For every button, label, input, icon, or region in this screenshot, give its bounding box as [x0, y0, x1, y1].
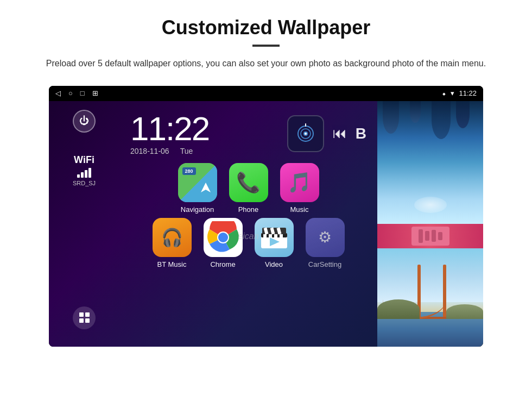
stalactite-1 — [383, 101, 399, 134]
music-app[interactable]: 🎵 Music — [278, 163, 321, 214]
wallpaper-golden-gate — [377, 248, 483, 347]
chrome-svg — [207, 221, 239, 254]
hill-left — [377, 299, 420, 319]
wifi-ssid: SRD_SJ — [73, 180, 96, 186]
video-label: Video — [265, 260, 283, 268]
stalactite-4 — [456, 101, 470, 128]
title-divider — [252, 45, 280, 47]
status-bar: ◁ ○ □ ⊞ ⬥ ▾ 11:22 — [49, 86, 483, 101]
grid-dot — [85, 312, 90, 317]
back-icon: ◁ — [55, 89, 61, 97]
wifi-signal-icon: ▾ — [451, 89, 454, 97]
app-icons-row1: 280 Navigation 📞 — [119, 159, 377, 218]
phone-label: Phone — [238, 205, 259, 214]
carsetting-symbol: ⚙ — [318, 228, 332, 246]
power-button[interactable]: ⏻ — [73, 110, 96, 133]
wifi-bar-3 — [85, 170, 87, 178]
page-title: Customized Wallpaper — [162, 16, 371, 39]
carsetting-label: CarSetting — [308, 260, 341, 268]
phone-app[interactable]: 📞 Phone — [227, 163, 270, 214]
apps-grid-icon — [79, 312, 90, 323]
nav-arrow — [200, 178, 212, 198]
chrome-label: Chrome — [210, 260, 235, 268]
skip-prev-icon[interactable]: ⏮ — [333, 125, 347, 142]
music-label: Music — [290, 205, 309, 214]
phone-symbol: 📞 — [236, 171, 261, 194]
main-content: ⏻ WiFi SRD_SJ — [49, 101, 483, 347]
stalactite-3 — [432, 101, 451, 139]
ice-cave-bg — [377, 101, 483, 224]
carsetting-icon: ⚙ — [306, 218, 345, 257]
grid-dot — [85, 318, 90, 323]
mid-strip — [377, 224, 483, 248]
right-wallpaper-panel — [377, 101, 483, 347]
power-icon: ⏻ — [79, 115, 89, 127]
bt-music-app[interactable]: 🎧 BT Music — [151, 218, 193, 268]
music-icon: 🎵 — [280, 163, 319, 202]
wifi-bar-1 — [77, 174, 80, 178]
clock-date-value: 2018-11-06 — [130, 147, 169, 155]
left-sidebar: ⏻ WiFi SRD_SJ — [49, 101, 119, 347]
svg-point-8 — [218, 233, 228, 242]
ice-glow — [414, 197, 447, 213]
video-svg — [260, 226, 288, 249]
grid-dot — [79, 318, 84, 323]
svg-point-4 — [305, 133, 307, 135]
bridge-tower-right — [443, 265, 446, 319]
device-frame: ◁ ○ □ ⊞ ⬥ ▾ 11:22 ⏻ WiFi — [49, 86, 483, 347]
carsetting-app[interactable]: ⚙ CarSetting — [304, 218, 346, 268]
video-app[interactable]: Video — [253, 218, 295, 268]
clock-time: 11:22 — [130, 112, 209, 146]
wifi-bar-4 — [88, 168, 91, 178]
home-icon: ○ — [68, 89, 73, 97]
hill-right — [446, 304, 483, 319]
svg-marker-5 — [201, 183, 211, 192]
wallpaper-ice-cave — [377, 101, 483, 224]
chrome-app[interactable]: Chrome — [202, 218, 244, 268]
radio-icon-svg — [295, 123, 316, 144]
status-left-icons: ◁ ○ □ ⊞ — [55, 89, 98, 97]
recents-icon: □ — [80, 89, 85, 97]
apps-drawer-button[interactable] — [73, 306, 96, 329]
app-icons-row2: 🎧 BT Music — [119, 218, 377, 273]
bt-music-icon: 🎧 — [153, 218, 192, 257]
video-icon — [255, 218, 294, 257]
center-area: 11:22 2018-11-06 Tue — [119, 101, 377, 347]
stalactite-2 — [410, 101, 421, 123]
clock-display: 11:22 2018-11-06 Tue — [130, 112, 209, 155]
wifi-bar-2 — [81, 172, 84, 178]
strip-bar — [419, 229, 423, 243]
chrome-icon — [204, 218, 243, 257]
music-symbol: 🎵 — [287, 171, 312, 194]
screenshot-icon: ⊞ — [92, 89, 98, 97]
golden-gate-bg — [377, 248, 483, 347]
grid-dot — [79, 312, 84, 317]
clock-date: 2018-11-06 Tue — [130, 147, 209, 155]
page-description: Preload over 5 default wallpaper options… — [46, 57, 486, 71]
clock-area: 11:22 2018-11-06 Tue — [119, 107, 377, 159]
status-time: 11:22 — [459, 89, 477, 97]
page-wrapper: Customized Wallpaper Preload over 5 defa… — [0, 0, 532, 407]
bt-symbol: 🎧 — [161, 227, 183, 248]
sky — [377, 248, 483, 303]
phone-icon: 📞 — [229, 163, 268, 202]
wifi-widget: WiFi SRD_SJ — [73, 154, 96, 186]
strip-bar — [432, 230, 436, 242]
wifi-label: WiFi — [74, 154, 94, 166]
wifi-bars — [77, 168, 91, 178]
strip-bar — [438, 232, 442, 240]
bluetooth-label: B — [356, 125, 366, 142]
status-right-icons: ⬥ ▾ 11:22 — [442, 89, 477, 97]
navigation-app[interactable]: 280 Navigation — [176, 163, 219, 214]
navigation-label: Navigation — [181, 205, 214, 214]
radio-app-icon[interactable] — [287, 115, 324, 152]
location-icon: ⬥ — [442, 89, 446, 97]
bt-music-label: BT Music — [157, 260, 187, 268]
top-right-icons: ⏮ B — [287, 115, 366, 152]
clock-day-value: Tue — [180, 147, 193, 155]
strip-bar — [425, 231, 429, 241]
navigation-icon: 280 — [178, 163, 217, 202]
media-strip-element — [411, 227, 449, 246]
nav-badge: 280 — [182, 167, 196, 175]
